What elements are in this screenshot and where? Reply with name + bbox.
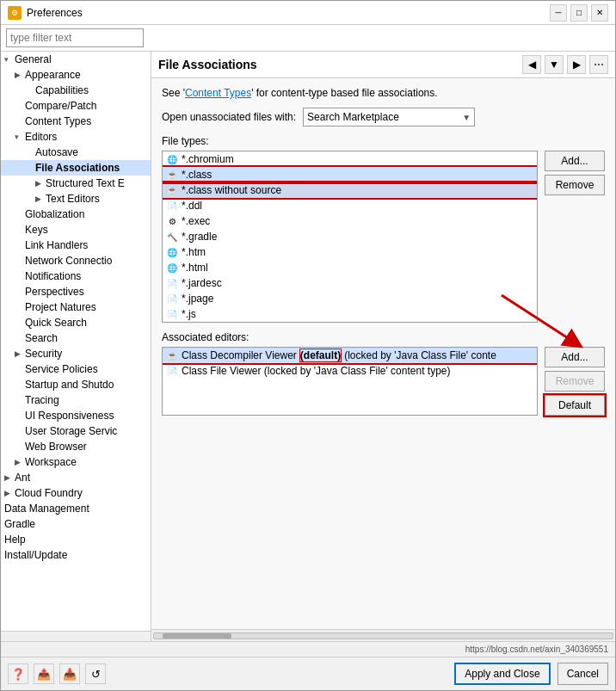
- file-type-htm[interactable]: 🌐 *.htm: [163, 244, 537, 260]
- tree-item-search[interactable]: Search: [1, 330, 151, 346]
- tree-label-help: Help: [4, 534, 26, 546]
- tree-item-file-assoc[interactable]: File Associations: [1, 160, 151, 176]
- tree-label-keys: Keys: [25, 224, 48, 236]
- nav-forward-button[interactable]: ▶: [567, 55, 586, 74]
- maximize-button[interactable]: □: [570, 4, 588, 22]
- file-type-class[interactable]: ☕ *.class: [163, 167, 537, 182]
- export-button[interactable]: 📤: [34, 663, 54, 684]
- tree-item-workspace[interactable]: ▶ Workspace: [1, 454, 151, 470]
- scrollbar-thumb: [163, 633, 231, 639]
- tree-item-tracing[interactable]: Tracing: [1, 392, 151, 408]
- tree-label-autosave: Autosave: [35, 146, 78, 158]
- tree-item-content-types[interactable]: Content Types: [1, 114, 151, 129]
- file-type-jpage[interactable]: 📄 *.jpage: [163, 291, 537, 306]
- remove-file-type-button[interactable]: Remove: [545, 175, 605, 195]
- tree-item-gradle[interactable]: Gradle: [1, 516, 151, 532]
- tree-label-link-handlers: Link Handlers: [25, 239, 88, 251]
- open-unassociated-dropdown[interactable]: Search Marketplace ▼: [303, 108, 475, 126]
- tree-label-user-storage: User Storage Servic: [25, 425, 117, 437]
- tree-item-structured-text[interactable]: ▶ Structured Text E: [1, 176, 151, 191]
- tree-label-web-browser: Web Browser: [25, 441, 87, 453]
- tree-item-security[interactable]: ▶ Security: [1, 346, 151, 361]
- filter-input[interactable]: [6, 28, 144, 47]
- file-type-chromium-name: *.chromium: [182, 153, 234, 165]
- apply-close-button[interactable]: Apply and Close: [454, 663, 550, 685]
- file-type-html[interactable]: 🌐 *.html: [163, 260, 537, 275]
- tree-label-gradle: Gradle: [4, 518, 35, 530]
- file-types-list[interactable]: 🌐 *.chromium ☕ *.class ☕: [162, 151, 538, 323]
- remove-editor-button[interactable]: Remove: [545, 371, 605, 392]
- import-button[interactable]: 📥: [59, 663, 80, 684]
- tree-item-quick-search[interactable]: Quick Search: [1, 315, 151, 330]
- doc-icon-file-viewer: 📄: [166, 365, 178, 377]
- file-type-gradle[interactable]: 🔨 *.gradle: [163, 229, 537, 244]
- file-type-jardesc-name: *.jardesc: [182, 277, 222, 289]
- tree-item-data-management[interactable]: Data Management: [1, 501, 151, 516]
- tree-label-notifications: Notifications: [25, 270, 81, 282]
- content-title: File Associations: [158, 58, 257, 71]
- close-button[interactable]: ✕: [591, 4, 608, 22]
- tree-item-general[interactable]: ▾ General: [1, 52, 151, 67]
- file-type-gradle-name: *.gradle: [182, 231, 217, 243]
- help-button[interactable]: ❓: [8, 663, 28, 684]
- content-types-link[interactable]: Content Types: [185, 87, 251, 99]
- tree-item-link-handlers[interactable]: Link Handlers: [1, 238, 151, 253]
- minimize-button[interactable]: ─: [550, 4, 567, 22]
- tree-item-project-natures[interactable]: Project Natures: [1, 299, 151, 315]
- tree-item-compare-patch[interactable]: Compare/Patch: [1, 98, 151, 114]
- tree-item-ui-responsiveness[interactable]: UI Responsiveness: [1, 408, 151, 423]
- action-bar: ❓ 📤 📥 ↺ Apply and Close Cancel: [1, 657, 615, 690]
- doc-icon-ddl: 📄: [166, 200, 178, 212]
- file-type-jardesc[interactable]: 📄 *.jardesc: [163, 275, 537, 291]
- nav-forward-dropdown[interactable]: ▼: [545, 55, 564, 74]
- nav-back-button[interactable]: ◀: [522, 55, 541, 74]
- tree-scrollbar[interactable]: [1, 631, 151, 641]
- file-type-ddl[interactable]: 📄 *.ddl: [163, 198, 537, 213]
- tree-item-keys[interactable]: Keys: [1, 222, 151, 238]
- assoc-editor-file-viewer[interactable]: 📄 Class File Viewer (locked by 'Java Cla…: [163, 363, 537, 379]
- tree-item-appearance[interactable]: ▶ Appearance: [1, 67, 151, 83]
- window-title: Preferences: [27, 7, 83, 19]
- tree-label-cloud-foundry: Cloud Foundry: [15, 487, 83, 499]
- tree-item-autosave[interactable]: Autosave: [1, 145, 151, 160]
- tree-label-security: Security: [25, 348, 62, 360]
- tree-item-startup[interactable]: Startup and Shutdo: [1, 377, 151, 392]
- tree-item-globalization[interactable]: Globalization: [1, 207, 151, 222]
- nav-menu-button[interactable]: ⋯: [589, 55, 608, 74]
- file-type-js[interactable]: 📄 *.js: [163, 306, 537, 322]
- file-type-exec[interactable]: ⚙ *.exec: [163, 213, 537, 229]
- assoc-editor-default-badge: (default): [300, 349, 341, 361]
- tree-label-compare-patch: Compare/Patch: [25, 100, 96, 112]
- file-type-jsf[interactable]: 📄 *.jsf: [163, 322, 537, 323]
- tree-arrow-general: ▾: [4, 55, 15, 64]
- tree-item-ant[interactable]: ▶ Ant: [1, 470, 151, 485]
- assoc-editor-file-viewer-name: Class File Viewer (locked by 'Java Class…: [182, 365, 450, 377]
- file-type-class-no-source[interactable]: ☕ *.class without source: [163, 182, 537, 198]
- tree-item-text-editors[interactable]: ▶ Text Editors: [1, 191, 151, 207]
- description-row: See 'Content Types' for content-type bas…: [162, 87, 605, 99]
- add-file-type-button[interactable]: Add...: [545, 151, 605, 171]
- tree-item-service-policies[interactable]: Service Policies: [1, 361, 151, 377]
- add-editor-button[interactable]: Add...: [545, 347, 605, 367]
- tree-item-network-conn[interactable]: Network Connectio: [1, 253, 151, 268]
- tree-item-notifications[interactable]: Notifications: [1, 268, 151, 284]
- file-types-section: File types: 🌐 *.chromium: [162, 135, 605, 323]
- assoc-editor-decompiler[interactable]: ☕ Class Decompiler Viewer (default) (loc…: [163, 348, 537, 363]
- horizontal-scrollbar[interactable]: [151, 629, 615, 641]
- file-type-ddl-name: *.ddl: [182, 200, 202, 212]
- file-type-chromium[interactable]: 🌐 *.chromium: [163, 151, 537, 167]
- tree-item-cloud-foundry[interactable]: ▶ Cloud Foundry: [1, 485, 151, 501]
- tree-item-user-storage[interactable]: User Storage Servic: [1, 423, 151, 439]
- assoc-editors-list[interactable]: ☕ Class Decompiler Viewer (default) (loc…: [162, 347, 538, 416]
- tree-item-editors[interactable]: ▾ Editors: [1, 129, 151, 145]
- scrollbar-track: [153, 632, 613, 639]
- tree-item-install-update[interactable]: Install/Update: [1, 547, 151, 563]
- gear-icon-exec: ⚙: [166, 215, 178, 227]
- cancel-button[interactable]: Cancel: [557, 663, 608, 685]
- tree-item-perspectives[interactable]: Perspectives: [1, 284, 151, 299]
- tree-item-capabilities[interactable]: Capabilities: [1, 83, 151, 98]
- default-editor-button[interactable]: Default: [545, 395, 605, 416]
- tree-item-web-browser[interactable]: Web Browser: [1, 439, 151, 454]
- restore-button[interactable]: ↺: [85, 663, 106, 684]
- tree-item-help[interactable]: Help: [1, 532, 151, 547]
